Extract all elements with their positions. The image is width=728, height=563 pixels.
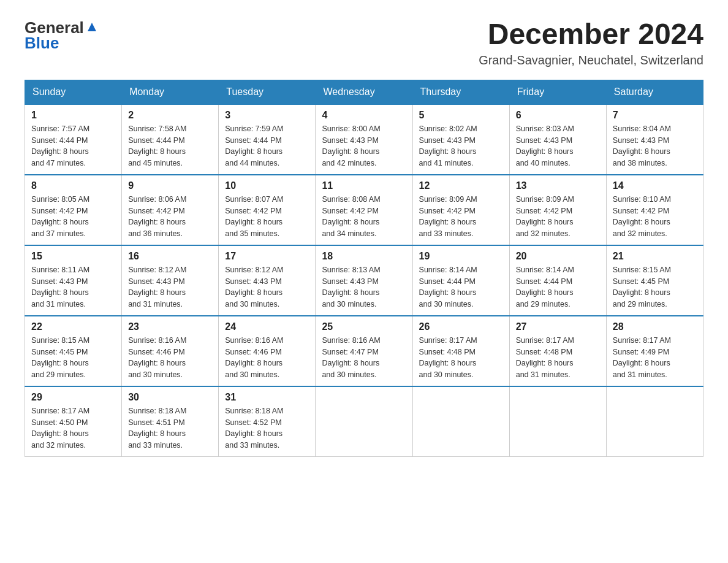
day-number: 14 [613, 180, 697, 191]
calendar-day-cell: 16 Sunrise: 8:12 AM Sunset: 4:43 PM Dayl… [122, 245, 219, 316]
day-info: Sunrise: 8:14 AM Sunset: 4:44 PM Dayligh… [516, 264, 600, 310]
calendar-day-cell: 18 Sunrise: 8:13 AM Sunset: 4:43 PM Dayl… [316, 245, 412, 316]
day-number: 22 [31, 321, 115, 332]
day-number: 11 [322, 180, 406, 191]
day-number: 30 [128, 392, 212, 403]
day-info: Sunrise: 8:03 AM Sunset: 4:43 PM Dayligh… [516, 123, 600, 169]
calendar-empty-cell [606, 386, 703, 457]
day-info: Sunrise: 8:09 AM Sunset: 4:42 PM Dayligh… [419, 194, 503, 240]
calendar-day-cell: 12 Sunrise: 8:09 AM Sunset: 4:42 PM Dayl… [412, 175, 509, 245]
calendar-day-cell: 25 Sunrise: 8:16 AM Sunset: 4:47 PM Dayl… [316, 316, 412, 386]
day-info: Sunrise: 8:06 AM Sunset: 4:42 PM Dayligh… [128, 194, 212, 240]
day-info: Sunrise: 8:18 AM Sunset: 4:52 PM Dayligh… [225, 405, 309, 451]
svg-marker-0 [88, 23, 96, 31]
day-info: Sunrise: 8:12 AM Sunset: 4:43 PM Dayligh… [128, 264, 212, 310]
day-info: Sunrise: 8:16 AM Sunset: 4:46 PM Dayligh… [225, 335, 309, 381]
calendar-day-cell: 8 Sunrise: 8:05 AM Sunset: 4:42 PM Dayli… [25, 175, 122, 245]
day-info: Sunrise: 8:05 AM Sunset: 4:42 PM Dayligh… [31, 194, 115, 240]
calendar-table: SundayMondayTuesdayWednesdayThursdayFrid… [25, 80, 703, 457]
day-number: 18 [322, 251, 406, 262]
day-number: 20 [516, 251, 600, 262]
calendar-day-cell: 9 Sunrise: 8:06 AM Sunset: 4:42 PM Dayli… [122, 175, 219, 245]
calendar-day-cell: 4 Sunrise: 8:00 AM Sunset: 4:43 PM Dayli… [316, 104, 412, 175]
day-number: 12 [419, 180, 503, 191]
calendar-day-cell: 11 Sunrise: 8:08 AM Sunset: 4:42 PM Dayl… [316, 175, 412, 245]
calendar-day-cell: 14 Sunrise: 8:10 AM Sunset: 4:42 PM Dayl… [606, 175, 703, 245]
day-info: Sunrise: 8:14 AM Sunset: 4:44 PM Dayligh… [419, 264, 503, 310]
calendar-day-cell: 7 Sunrise: 8:04 AM Sunset: 4:43 PM Dayli… [606, 104, 703, 175]
calendar-empty-cell [412, 386, 509, 457]
weekday-header-sunday: Sunday [25, 80, 122, 104]
day-number: 15 [31, 251, 115, 262]
day-info: Sunrise: 8:15 AM Sunset: 4:45 PM Dayligh… [31, 335, 115, 381]
weekday-header-row: SundayMondayTuesdayWednesdayThursdayFrid… [25, 80, 703, 104]
calendar-day-cell: 22 Sunrise: 8:15 AM Sunset: 4:45 PM Dayl… [25, 316, 122, 386]
calendar-day-cell: 10 Sunrise: 8:07 AM Sunset: 4:42 PM Dayl… [219, 175, 316, 245]
day-number: 2 [128, 110, 212, 121]
day-info: Sunrise: 8:13 AM Sunset: 4:43 PM Dayligh… [322, 264, 406, 310]
day-number: 3 [225, 110, 309, 121]
calendar-day-cell: 29 Sunrise: 8:17 AM Sunset: 4:50 PM Dayl… [25, 386, 122, 457]
day-number: 25 [322, 321, 406, 332]
day-number: 9 [128, 180, 212, 191]
day-number: 19 [419, 251, 503, 262]
calendar-day-cell: 3 Sunrise: 7:59 AM Sunset: 4:44 PM Dayli… [219, 104, 316, 175]
calendar-day-cell: 6 Sunrise: 8:03 AM Sunset: 4:43 PM Dayli… [509, 104, 606, 175]
weekday-header-monday: Monday [122, 80, 219, 104]
weekday-header-wednesday: Wednesday [316, 80, 412, 104]
calendar-day-cell: 30 Sunrise: 8:18 AM Sunset: 4:51 PM Dayl… [122, 386, 219, 457]
calendar-day-cell: 20 Sunrise: 8:14 AM Sunset: 4:44 PM Dayl… [509, 245, 606, 316]
weekday-header-thursday: Thursday [412, 80, 509, 104]
day-info: Sunrise: 8:17 AM Sunset: 4:48 PM Dayligh… [419, 335, 503, 381]
day-info: Sunrise: 8:17 AM Sunset: 4:48 PM Dayligh… [516, 335, 600, 381]
calendar-day-cell: 21 Sunrise: 8:15 AM Sunset: 4:45 PM Dayl… [606, 245, 703, 316]
calendar-week-row: 8 Sunrise: 8:05 AM Sunset: 4:42 PM Dayli… [25, 175, 703, 245]
calendar-day-cell: 31 Sunrise: 8:18 AM Sunset: 4:52 PM Dayl… [219, 386, 316, 457]
day-info: Sunrise: 8:02 AM Sunset: 4:43 PM Dayligh… [419, 123, 503, 169]
day-number: 6 [516, 110, 600, 121]
weekday-header-saturday: Saturday [606, 80, 703, 104]
location: Grand-Savagnier, Neuchatel, Switzerland [479, 53, 703, 67]
day-info: Sunrise: 8:11 AM Sunset: 4:43 PM Dayligh… [31, 264, 115, 310]
logo: General Blue [25, 18, 99, 51]
calendar-day-cell: 28 Sunrise: 8:17 AM Sunset: 4:49 PM Dayl… [606, 316, 703, 386]
calendar-day-cell: 15 Sunrise: 8:11 AM Sunset: 4:43 PM Dayl… [25, 245, 122, 316]
calendar-empty-cell [316, 386, 412, 457]
day-number: 29 [31, 392, 115, 403]
calendar-day-cell: 23 Sunrise: 8:16 AM Sunset: 4:46 PM Dayl… [122, 316, 219, 386]
day-number: 26 [419, 321, 503, 332]
day-info: Sunrise: 8:18 AM Sunset: 4:51 PM Dayligh… [128, 405, 212, 451]
calendar-day-cell: 2 Sunrise: 7:58 AM Sunset: 4:44 PM Dayli… [122, 104, 219, 175]
day-number: 16 [128, 251, 212, 262]
day-number: 21 [613, 251, 697, 262]
page-header: General Blue December 2024 Grand-Savagni… [25, 18, 703, 67]
day-info: Sunrise: 8:08 AM Sunset: 4:42 PM Dayligh… [322, 194, 406, 240]
day-number: 1 [31, 110, 115, 121]
day-info: Sunrise: 8:00 AM Sunset: 4:43 PM Dayligh… [322, 123, 406, 169]
day-info: Sunrise: 8:17 AM Sunset: 4:50 PM Dayligh… [31, 405, 115, 451]
calendar-day-cell: 13 Sunrise: 8:09 AM Sunset: 4:42 PM Dayl… [509, 175, 606, 245]
day-info: Sunrise: 8:10 AM Sunset: 4:42 PM Dayligh… [613, 194, 697, 240]
month-title: December 2024 [479, 18, 703, 51]
logo-triangle-icon [85, 20, 99, 34]
day-number: 23 [128, 321, 212, 332]
weekday-header-tuesday: Tuesday [219, 80, 316, 104]
day-info: Sunrise: 8:12 AM Sunset: 4:43 PM Dayligh… [225, 264, 309, 310]
weekday-header-friday: Friday [509, 80, 606, 104]
calendar-day-cell: 1 Sunrise: 7:57 AM Sunset: 4:44 PM Dayli… [25, 104, 122, 175]
calendar-day-cell: 24 Sunrise: 8:16 AM Sunset: 4:46 PM Dayl… [219, 316, 316, 386]
day-info: Sunrise: 8:17 AM Sunset: 4:49 PM Dayligh… [613, 335, 697, 381]
calendar-week-row: 1 Sunrise: 7:57 AM Sunset: 4:44 PM Dayli… [25, 104, 703, 175]
day-info: Sunrise: 8:16 AM Sunset: 4:46 PM Dayligh… [128, 335, 212, 381]
day-info: Sunrise: 7:58 AM Sunset: 4:44 PM Dayligh… [128, 123, 212, 169]
day-number: 8 [31, 180, 115, 191]
calendar-day-cell: 5 Sunrise: 8:02 AM Sunset: 4:43 PM Dayli… [412, 104, 509, 175]
day-info: Sunrise: 7:59 AM Sunset: 4:44 PM Dayligh… [225, 123, 309, 169]
day-number: 5 [419, 110, 503, 121]
day-info: Sunrise: 7:57 AM Sunset: 4:44 PM Dayligh… [31, 123, 115, 169]
calendar-day-cell: 26 Sunrise: 8:17 AM Sunset: 4:48 PM Dayl… [412, 316, 509, 386]
day-info: Sunrise: 8:07 AM Sunset: 4:42 PM Dayligh… [225, 194, 309, 240]
day-number: 28 [613, 321, 697, 332]
day-number: 4 [322, 110, 406, 121]
logo-blue-text: Blue [25, 35, 59, 51]
